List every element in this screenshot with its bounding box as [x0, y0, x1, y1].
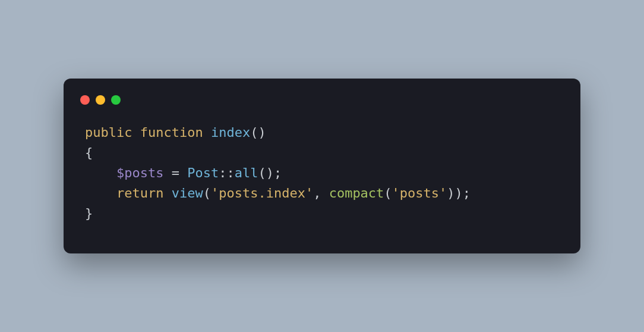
- brace-open: {: [85, 145, 93, 160]
- window-controls: [64, 93, 580, 123]
- open-paren: (: [203, 186, 211, 201]
- code-line-5: }: [85, 206, 93, 221]
- brace-close: }: [85, 206, 93, 221]
- string-posts: 'posts': [392, 186, 447, 201]
- code-block: public function index() { $posts = Post:…: [64, 123, 580, 224]
- comma: ,: [313, 186, 329, 201]
- code-line-3: $posts = Post::all();: [85, 165, 282, 180]
- code-line-2: {: [85, 145, 93, 160]
- minimize-icon[interactable]: [96, 95, 105, 105]
- keyword-function: function: [140, 125, 203, 140]
- call-compact: compact: [329, 186, 384, 201]
- code-window: public function index() { $posts = Post:…: [64, 79, 580, 253]
- equals-op: =: [163, 165, 187, 180]
- call-view: view: [172, 186, 203, 201]
- code-line-4: return view('posts.index', compact('post…: [85, 186, 471, 201]
- indent: [85, 163, 116, 183]
- space: [163, 186, 171, 201]
- keyword-public: public: [85, 125, 132, 140]
- parens: (): [250, 125, 266, 140]
- code-line-1: public function index(): [85, 125, 266, 140]
- close-icon[interactable]: [80, 95, 90, 105]
- indent: [85, 183, 116, 203]
- scope-op: ::: [219, 165, 235, 180]
- class-post: Post: [187, 165, 219, 180]
- open-paren-2: (: [384, 186, 392, 201]
- keyword-return: return: [116, 186, 163, 201]
- method-all: all: [235, 165, 258, 180]
- maximize-icon[interactable]: [111, 95, 121, 105]
- string-posts-index: 'posts.index': [211, 186, 313, 201]
- close-parens: ));: [447, 186, 471, 201]
- call-end: ();: [258, 165, 282, 180]
- function-name: index: [211, 125, 250, 140]
- variable-posts: $posts: [116, 165, 163, 180]
